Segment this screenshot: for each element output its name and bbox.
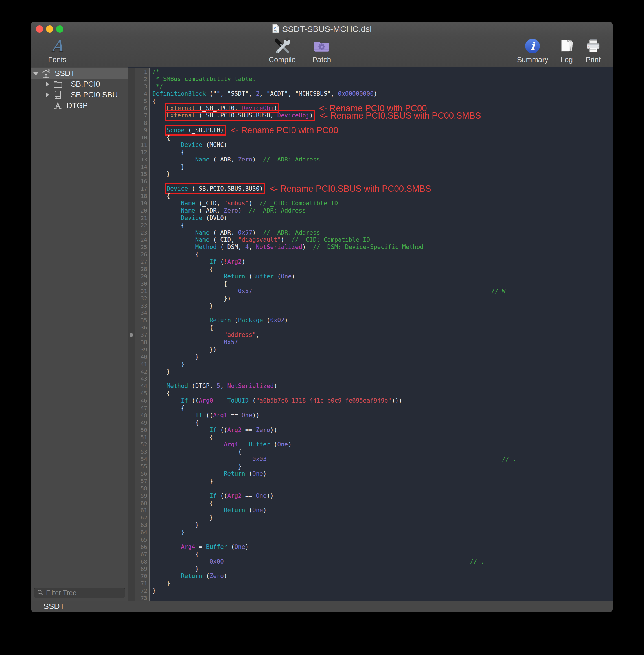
code-line-27[interactable]: 27 If (!Arg2)	[129, 258, 613, 266]
code-line-12[interactable]: 12 {	[129, 149, 613, 156]
code-line-53[interactable]: 53 {	[129, 448, 613, 456]
sidebar-item-dtgp[interactable]: DTGP	[31, 100, 128, 111]
line-number: 2	[135, 76, 150, 83]
code-line-70[interactable]: 70 Return (Zero)	[129, 572, 613, 580]
code-line-49[interactable]: 49 {	[129, 419, 613, 427]
code-line-21[interactable]: 21 Device (DVL0)	[129, 214, 613, 222]
code-line-51[interactable]: 51 {	[129, 434, 613, 441]
line-number: 4	[135, 90, 150, 98]
code-line-15[interactable]: 15 }	[129, 171, 613, 178]
code-line-31[interactable]: 31 0x57 // W	[129, 288, 613, 295]
zoom-button[interactable]	[56, 25, 64, 33]
code-line-40[interactable]: 40 }	[129, 354, 613, 361]
code-line-1[interactable]: 1/*	[129, 68, 613, 76]
code-line-59[interactable]: 59 If ((Arg2 == One))	[129, 492, 613, 500]
code-line-69[interactable]: 69 }	[129, 565, 613, 573]
code-line-67[interactable]: 67 {	[129, 551, 613, 558]
code-line-4[interactable]: 4DefinitionBlock ("", "SSDT", 2, "ACDT",…	[129, 90, 613, 98]
sidebar-item-sbpci0sbu[interactable]: _SB.PCI0.SBU...	[31, 90, 128, 100]
code-line-50[interactable]: 50 If ((Arg2 == Zero))	[129, 427, 613, 434]
code-line-7[interactable]: 7 External (_SB_.PCI0.SBUS.BUS0, DeviceO…	[129, 112, 613, 119]
code-line-3[interactable]: 3 */	[129, 83, 613, 90]
code-editor[interactable]: 1/*2 * SMBus compatibility table.3 */4De…	[129, 67, 613, 601]
close-button[interactable]	[36, 25, 43, 33]
code-line-68[interactable]: 68 0x00 // .	[129, 558, 613, 565]
code-line-2[interactable]: 2 * SMBus compatibility table.	[129, 76, 613, 83]
marker-gutter	[129, 434, 135, 441]
code-line-35[interactable]: 35 Return (Package (0x02)	[129, 317, 613, 324]
fonts-button[interactable]: A Fonts	[39, 37, 76, 64]
code-line-17[interactable]: 17 Device (_SB.PCI0.SBUS.BUS0)<- Rename …	[129, 185, 613, 193]
patch-button[interactable]: Patch	[303, 37, 340, 64]
code-line-24[interactable]: 24 Name (_CID, "diagsvault") // _CID: Co…	[129, 236, 613, 244]
minimize-button[interactable]	[46, 25, 53, 33]
code-text: If (!Arg2)	[150, 258, 245, 266]
code-line-72[interactable]: 72}	[129, 587, 613, 594]
code-line-64[interactable]: 64 }	[129, 529, 613, 536]
code-line-58[interactable]: 58	[129, 485, 613, 492]
code-line-11[interactable]: 11 Device (MCHC)	[129, 141, 613, 149]
filter-tree-input[interactable]	[45, 589, 122, 597]
print-button[interactable]: Print	[585, 37, 601, 64]
code-line-52[interactable]: 52 Arg4 = Buffer (One)	[129, 441, 613, 448]
code-line-46[interactable]: 46 If ((Arg0 == ToUUID ("a0b5b7c6-1318-4…	[129, 397, 613, 405]
code-line-23[interactable]: 23 Name (_ADR, 0x57) // _ADR: Address	[129, 229, 613, 236]
code-line-32[interactable]: 32 })	[129, 295, 613, 302]
home-icon	[40, 69, 52, 78]
code-line-10[interactable]: 10 {	[129, 134, 613, 141]
code-line-22[interactable]: 22 {	[129, 222, 613, 229]
code-line-14[interactable]: 14 }	[129, 163, 613, 171]
code-line-47[interactable]: 47 {	[129, 405, 613, 412]
code-line-28[interactable]: 28 {	[129, 266, 613, 273]
code-line-13[interactable]: 13 Name (_ADR, Zero) // _ADR: Address	[129, 156, 613, 163]
sidebar-item-sbpci0[interactable]: _SB.PCI0	[31, 79, 128, 90]
code-line-45[interactable]: 45 {	[129, 390, 613, 397]
chevron-right-icon[interactable]	[43, 90, 52, 100]
chevron-right-icon[interactable]	[43, 79, 52, 90]
code-line-73[interactable]: 73	[129, 594, 613, 601]
code-line-37[interactable]: 37 "address",	[129, 332, 613, 339]
chevron-down-icon[interactable]	[31, 68, 40, 79]
code-line-38[interactable]: 38 0x57	[129, 339, 613, 346]
line-number: 15	[135, 171, 150, 178]
compile-button[interactable]: Compile	[261, 37, 303, 64]
code-line-71[interactable]: 71 }	[129, 580, 613, 587]
code-line-42[interactable]: 42 }	[129, 368, 613, 376]
code-line-43[interactable]: 43	[129, 375, 613, 383]
code-line-9[interactable]: 9 Scope (_SB.PCI0)<- Rename PCI0 with PC…	[129, 127, 613, 134]
marker-gutter	[129, 514, 135, 521]
code-line-36[interactable]: 36 {	[129, 324, 613, 332]
code-line-55[interactable]: 55 }	[129, 463, 613, 470]
code-line-54[interactable]: 54 0x03 // .	[129, 456, 613, 463]
code-line-41[interactable]: 41 }	[129, 361, 613, 368]
summary-button[interactable]: i Summary	[517, 37, 548, 64]
code-line-63[interactable]: 63 }	[129, 521, 613, 529]
marker-gutter	[129, 324, 135, 332]
code-line-34[interactable]: 34	[129, 310, 613, 317]
marker-gutter	[129, 185, 135, 193]
line-number: 54	[135, 456, 150, 463]
filter-tree-box[interactable]	[34, 588, 125, 598]
marker-gutter	[129, 529, 135, 536]
code-line-30[interactable]: 30 {	[129, 280, 613, 288]
code-line-25[interactable]: 25 Method (_DSM, 4, NotSerialized) // _D…	[129, 244, 613, 251]
code-line-61[interactable]: 61 Return (One)	[129, 507, 613, 514]
code-line-26[interactable]: 26 {	[129, 251, 613, 258]
sidebar-item-ssdt[interactable]: SSDT	[31, 68, 128, 79]
code-line-66[interactable]: 66 Arg4 = Buffer (One)	[129, 543, 613, 551]
code-line-39[interactable]: 39 })	[129, 346, 613, 354]
code-text: Name (_CID, "diagsvault") // _CID: Compa…	[150, 236, 370, 244]
code-line-33[interactable]: 33 }	[129, 302, 613, 310]
code-line-19[interactable]: 19 Name (_CID, "smbus") // _CID: Compati…	[129, 200, 613, 207]
code-line-48[interactable]: 48 If ((Arg1 == One))	[129, 412, 613, 419]
code-line-65[interactable]: 65	[129, 536, 613, 543]
code-line-60[interactable]: 60 {	[129, 500, 613, 507]
code-line-20[interactable]: 20 Name (_ADR, Zero) // _ADR: Address	[129, 207, 613, 214]
code-line-57[interactable]: 57 }	[129, 478, 613, 485]
code-line-44[interactable]: 44 Method (DTGP, 5, NotSerialized)	[129, 383, 613, 390]
line-number: 9	[135, 127, 150, 134]
code-line-62[interactable]: 62 }	[129, 514, 613, 521]
code-line-29[interactable]: 29 Return (Buffer (One)	[129, 273, 613, 280]
code-line-56[interactable]: 56 Return (One)	[129, 470, 613, 478]
log-button[interactable]: Log	[558, 37, 575, 64]
